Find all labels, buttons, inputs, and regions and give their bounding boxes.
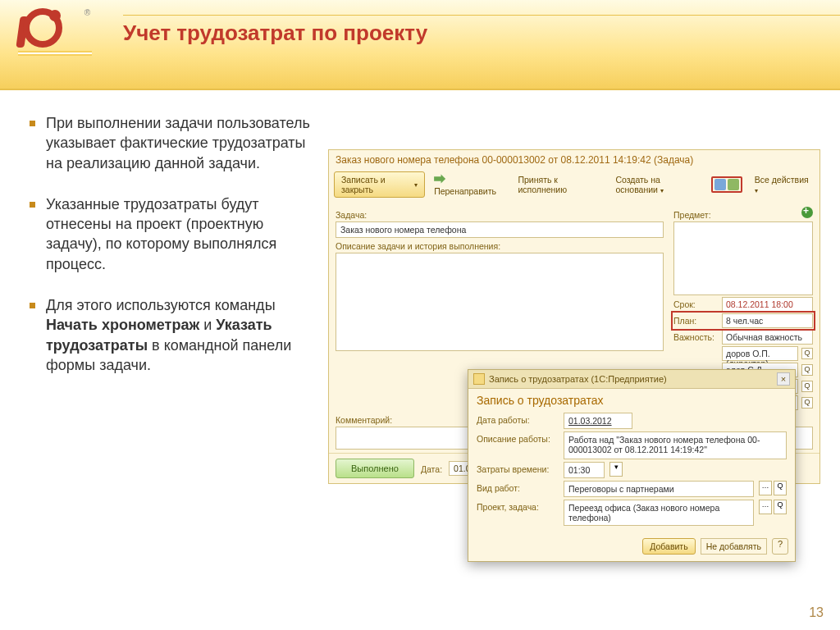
save-close-button[interactable]: Записать и закрыть▾ <box>334 171 425 198</box>
lookup-icon[interactable]: Q <box>774 500 787 514</box>
app-icon <box>473 373 485 385</box>
dialog-titlebar[interactable]: Запись о трудозатратах (1С:Предприятие) … <box>468 370 795 389</box>
logo-1c: ® <box>18 8 92 57</box>
window-title: Заказ нового номера телефона 00-00001300… <box>329 150 819 166</box>
importance-field[interactable]: Обычная важность <box>722 330 813 345</box>
clock-icon[interactable] <box>714 179 726 190</box>
dialog-heading: Запись о трудозатратах <box>468 389 795 409</box>
labor-dialog: Запись о трудозатратах (1С:Предприятие) … <box>468 369 796 562</box>
plan-row: План:8 чел.час <box>673 313 813 328</box>
author-field[interactable]: доров О.П. (директор) <box>722 346 798 361</box>
bullet-item: Указанные трудозатраты будут отнесены на… <box>30 194 320 274</box>
lookup-icon[interactable]: Q <box>801 348 813 359</box>
lookup-icon[interactable]: Q <box>801 397 813 409</box>
add-button[interactable]: Добавить <box>642 538 695 555</box>
label-desc: Описание задачи и история выполнения: <box>336 241 664 251</box>
forward-button[interactable]: Перенаправить <box>428 170 509 199</box>
slide-header: ® Учет трудозатрат по проекту <box>0 0 840 90</box>
deadline-field[interactable]: 08.12.2011 18:00 <box>722 297 813 312</box>
lookup-icon[interactable]: Q <box>801 381 813 392</box>
help-icon[interactable]: ? <box>772 538 788 555</box>
project-task-input[interactable]: Переезд офиса (Заказ нового номера телеф… <box>564 500 754 526</box>
dropdown-icon[interactable]: ▾ <box>609 462 623 477</box>
time-spent-input[interactable]: 01:30 <box>564 462 605 478</box>
plus-icon[interactable] <box>801 207 813 218</box>
arrow-icon <box>434 173 445 185</box>
all-actions-button[interactable]: Все действия ▾ <box>749 171 815 198</box>
skip-button[interactable]: Не добавлять <box>701 538 767 555</box>
accept-button[interactable]: Принять к исполнению <box>512 171 606 198</box>
create-based-button[interactable]: Создать на основании ▾ <box>609 171 707 198</box>
work-desc-input[interactable]: Работа над "Заказ нового номера телефона… <box>564 431 787 459</box>
plan-field[interactable]: 8 чел.час <box>722 313 813 328</box>
subject-box[interactable] <box>673 221 813 295</box>
page-number: 13 <box>809 605 824 620</box>
lookup-icon[interactable]: Q <box>801 364 813 376</box>
desc-textarea[interactable] <box>336 253 664 351</box>
close-icon[interactable]: × <box>777 372 790 386</box>
toolbar: Записать и закрыть▾ Перенаправить Принят… <box>329 166 819 203</box>
select-icon[interactable]: … <box>759 500 772 514</box>
lookup-icon[interactable]: Q <box>774 481 787 495</box>
labor-icon[interactable] <box>728 179 739 190</box>
label-task: Задача: <box>336 210 664 220</box>
highlighted-commands <box>711 176 742 193</box>
bullet-list: При выполнении задачи пользователь указы… <box>0 90 328 597</box>
slide-title: Учет трудозатрат по проекту <box>123 21 840 46</box>
bullet-item: Для этого используются команды Начать хр… <box>30 295 320 375</box>
dialog-wintitle: Запись о трудозатратах (1С:Предприятие) <box>489 374 667 384</box>
task-input[interactable]: Заказ нового номера телефона <box>336 221 664 238</box>
done-button[interactable]: Выполнено <box>336 459 414 478</box>
label-subject: Предмет: <box>673 210 711 220</box>
work-kind-input[interactable]: Переговоры с партнерами <box>564 481 754 497</box>
work-date-input[interactable]: 01.03.2012 <box>564 413 632 429</box>
bullet-item: При выполнении задачи пользователь указы… <box>30 113 320 173</box>
select-icon[interactable]: … <box>759 481 772 495</box>
